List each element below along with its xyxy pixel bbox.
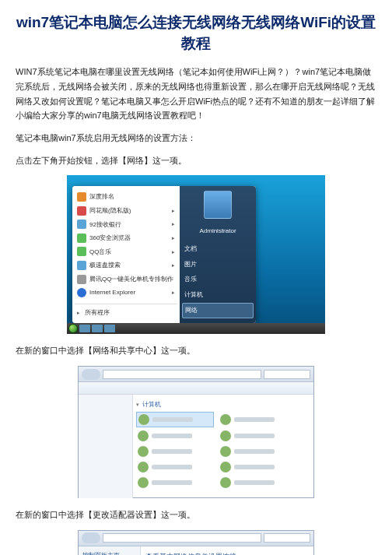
sm-item[interactable]: QQ音乐▸ — [75, 245, 177, 259]
sm-label: QQ音乐 — [89, 247, 111, 258]
sm-right-item-network[interactable]: 网络 — [182, 303, 254, 318]
step-3-text: 在新的窗口中选择【更改适配器设置】这一项。 — [16, 508, 376, 522]
search-box[interactable] — [264, 370, 310, 379]
start-menu: 深度排名 同花顺(隐私版)▸ 92接收银行▸ 360安全浏览器▸ QQ音乐▸ 极… — [72, 186, 256, 323]
network-sidebar: 控制面板主页 更改适配器设置 更改高级共享设置 — [79, 546, 141, 555]
computer-icon — [220, 462, 231, 472]
start-menu-right: Administrator 文档 图片 音乐 计算机 网络 控制面板 设备和打印… — [180, 186, 256, 323]
explorer-item[interactable] — [136, 444, 214, 458]
explorer-item[interactable] — [219, 412, 296, 427]
explorer-item[interactable] — [136, 460, 214, 474]
ie-icon — [77, 288, 86, 297]
taskbar-icon[interactable] — [104, 325, 115, 332]
sm-item[interactable]: 92接收银行▸ — [75, 218, 177, 232]
explorer-main: ▾计算机 — [133, 395, 313, 498]
computer-icon — [138, 414, 149, 425]
computer-icon — [138, 462, 149, 472]
chevron-right-icon: ▸ — [77, 308, 80, 318]
page-title: win7笔记本电脑怎么连接无线网络无线网络WiFi的设置教程 — [16, 12, 376, 54]
explorer-item[interactable] — [136, 429, 214, 443]
computer-icon — [220, 477, 231, 488]
start-menu-left: 深度排名 同花顺(隐私版)▸ 92接收银行▸ 360安全浏览器▸ QQ音乐▸ 极… — [72, 186, 180, 323]
explorer-item[interactable] — [136, 476, 214, 490]
sm-label: 腾讯QQ一键美化单机专排制作 — [89, 274, 173, 285]
app-icon — [77, 192, 86, 202]
address-bar[interactable] — [103, 370, 261, 379]
sm-item[interactable]: 极速盘搜索▸ — [75, 258, 177, 272]
explorer-item[interactable] — [219, 444, 296, 458]
computer-icon — [138, 477, 149, 488]
blurred-name — [152, 449, 192, 454]
sm-label: 深度排名 — [89, 191, 114, 202]
app-icon — [77, 234, 86, 243]
nav-arrows[interactable] — [82, 532, 100, 543]
nav-arrows[interactable] — [82, 369, 100, 380]
taskbar-icon[interactable] — [79, 325, 90, 332]
chevron-down-icon: ▾ — [136, 400, 139, 409]
screenshot-start-menu: 深度排名 同花顺(隐私版)▸ 92接收银行▸ 360安全浏览器▸ QQ音乐▸ 极… — [67, 175, 325, 334]
app-icon — [77, 261, 86, 270]
chevron-right-icon: ▸ — [172, 248, 175, 257]
app-icon — [77, 247, 86, 256]
sm-item[interactable]: 同花顺(隐私版)▸ — [75, 204, 177, 218]
explorer-item[interactable] — [219, 476, 296, 490]
sm-all-programs[interactable]: ▸所有程序 — [75, 304, 177, 320]
blurred-name — [234, 480, 275, 485]
explorer-item[interactable] — [219, 460, 296, 474]
chevron-right-icon: ▸ — [172, 206, 175, 216]
blurred-name — [152, 417, 193, 422]
sm-label: 所有程序 — [85, 307, 110, 318]
user-name: Administrator — [184, 223, 251, 239]
app-icon — [77, 206, 86, 216]
blurred-name — [234, 417, 275, 422]
blurred-name — [234, 449, 275, 454]
sidebar-heading: 控制面板主页 — [82, 551, 136, 555]
explorer-body: ▾计算机 — [79, 395, 313, 498]
group-header[interactable]: ▾计算机 — [136, 398, 310, 412]
step-2-text: 在新的窗口中选择【网络和共享中心】这一项。 — [16, 343, 376, 358]
blurred-name — [152, 434, 192, 438]
blurred-name — [234, 465, 275, 469]
sm-label: 极速盘搜索 — [89, 260, 121, 271]
computer-icon — [220, 446, 231, 457]
blurred-name — [152, 480, 192, 485]
network-main: 查看基本网络信息并设置连接 PC-20130716XCTQ 网络 Interne… — [141, 546, 313, 555]
chevron-right-icon: ▸ — [172, 220, 175, 229]
sm-label: Internet Explorer — [89, 287, 135, 298]
sm-item[interactable]: Internet Explorer▸ — [75, 286, 177, 300]
screenshot-network-center: 控制面板主页 更改适配器设置 更改高级共享设置 查看基本网络信息并设置连接 PC… — [78, 530, 314, 555]
sm-right-item[interactable]: 计算机 — [184, 287, 251, 303]
taskbar — [67, 323, 325, 334]
method-heading: 笔记本电脑win7系统启用无线网络的设置方法： — [16, 131, 376, 146]
chevron-right-icon: ▸ — [172, 234, 175, 243]
explorer-sidebar — [79, 395, 133, 498]
items-grid — [136, 412, 310, 490]
explorer-command-bar — [79, 382, 313, 395]
sm-item[interactable]: 腾讯QQ一键美化单机专排制作 — [75, 272, 177, 286]
taskbar-icon[interactable] — [92, 325, 103, 332]
chevron-right-icon: ▸ — [172, 261, 175, 270]
computer-icon — [220, 430, 231, 441]
screenshot-explorer: ▾计算机 — [78, 366, 314, 498]
user-avatar — [204, 191, 232, 219]
app-icon — [77, 275, 86, 284]
sm-label: 92接收银行 — [89, 220, 121, 230]
blurred-name — [152, 465, 192, 469]
sm-right-item[interactable]: 图片 — [184, 257, 251, 272]
computer-icon — [138, 446, 149, 457]
intro-paragraph: WIN7系统笔记本电脑在哪里设置无线网络（笔记本如何使用WiFi上网？）？win… — [16, 65, 376, 123]
search-box[interactable] — [264, 533, 310, 543]
sm-label: 360安全浏览器 — [89, 233, 131, 244]
sm-item[interactable]: 360安全浏览器▸ — [75, 231, 177, 245]
sm-item[interactable]: 深度排名 — [75, 190, 177, 204]
sm-right-item[interactable]: 音乐 — [184, 272, 251, 287]
chevron-right-icon: ▸ — [172, 288, 175, 297]
explorer-item[interactable] — [219, 429, 296, 443]
sm-label: 同花顺(隐私版) — [89, 205, 131, 216]
computer-icon — [220, 414, 231, 425]
explorer-toolbar — [79, 367, 313, 382]
start-orb[interactable] — [68, 324, 78, 333]
sm-right-item[interactable]: 文档 — [184, 241, 251, 257]
explorer-item[interactable] — [136, 412, 214, 427]
address-bar[interactable] — [103, 533, 261, 543]
